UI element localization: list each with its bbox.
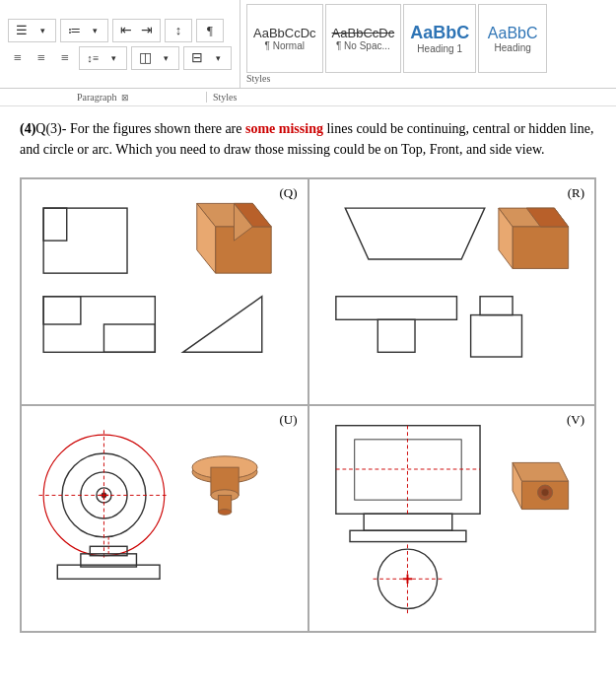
style-nospace-box[interactable]: AaBbCcDc ¶ No Spac... [325,4,402,73]
list-icon-group[interactable]: ☰ ▾ [8,19,56,42]
figure-u-svg [30,414,300,623]
list-arrow-icon: ▾ [33,21,52,40]
ribbon-bottom-icons: ≡ ≡ ≡ ↕≡ ▾ ◫ ▾ ⊟ ▾ [8,46,232,70]
style-h2-preview: AaBbC [488,25,538,42]
styles-section-label: Styles [246,73,610,84]
ribbon-top-icons: ☰ ▾ ≔ ▾ ⇤ ⇥ ↕ ¶ [8,19,232,42]
style-nospace-preview: AaBbCcDc [332,26,395,40]
svg-rect-41 [350,530,466,541]
figure-u-label: (U) [279,412,297,428]
styles-row: AaBbCcDc ¶ Normal AaBbCcDc ¶ No Spac... … [246,4,610,73]
sort-icon: ↕ [169,21,188,40]
svg-rect-3 [43,297,81,324]
align-right-icon[interactable]: ≡ [55,48,75,68]
pilcrow-icon: ¶ [200,21,220,40]
figure-v-svg [317,414,587,623]
highlight-missing: some missing [245,121,323,136]
list-numbered-group[interactable]: ≔ ▾ [60,19,108,42]
figure-r-svg [317,187,587,396]
list-bullets-icon: ☰ [12,21,32,40]
align-center-icon[interactable]: ≡ [32,48,51,68]
indent-icon: ⇤ [116,21,136,40]
line-spacing-icon: ↕≡ [83,48,103,68]
style-h1-label: Heading 1 [417,43,462,54]
figure-cell-q: (Q) [21,178,308,405]
figure-q-svg [30,187,300,396]
question-paragraph: (4)Q(3)- For the figures shown there are… [20,118,596,160]
outdent-icon: ⇥ [137,21,157,40]
ribbon: ☰ ▾ ≔ ▾ ⇤ ⇥ ↕ ¶ ≡ ≡ ≡ ↕≡ [0,0,616,89]
style-h1-box[interactable]: AaBbC Heading 1 [403,4,476,73]
style-h2-box[interactable]: AaBbC Heading [478,4,547,73]
shading-group[interactable]: ◫ ▾ [131,46,179,70]
line-spacing-arrow: ▾ [103,48,123,68]
svg-rect-4 [103,324,155,352]
figure-v-label: (V) [567,412,584,428]
style-h1-preview: AaBbC [410,23,469,43]
shading-icon: ◫ [135,48,155,68]
figure-cell-v: (V) [308,405,596,632]
figure-r-label: (R) [568,185,584,201]
svg-rect-12 [335,297,456,320]
border-arrow: ▾ [208,48,228,68]
ribbon-left-panel: ☰ ▾ ≔ ▾ ⇤ ⇥ ↕ ¶ ≡ ≡ ≡ ↕≡ [0,0,240,88]
border-icon: ⊟ [187,48,207,68]
svg-marker-17 [513,227,569,268]
ribbon-styles-panel: AaBbCcDc ¶ Normal AaBbCcDc ¶ No Spac... … [240,0,616,88]
svg-point-34 [218,510,231,516]
svg-rect-13 [377,319,415,352]
paragraph-section-label: Paragraph ⊠ [0,92,207,103]
question-number: (4) [20,121,35,136]
style-normal-label: ¶ Normal [265,40,305,51]
indent-group[interactable]: ⇤ ⇥ [112,19,161,42]
style-normal-box[interactable]: AaBbCcDc ¶ Normal [246,4,323,73]
line-spacing-group[interactable]: ↕≡ ▾ [79,46,127,70]
style-normal-preview: AaBbCcDc [253,26,316,40]
question-sub: Q(3) [35,121,61,136]
styles-bottom-label: Styles [207,92,237,103]
pilcrow-group[interactable]: ¶ [196,19,224,42]
list-numbered-icon: ≔ [64,21,84,40]
figure-cell-r: (R) [308,178,596,405]
svg-rect-15 [480,297,513,315]
svg-rect-40 [364,514,452,530]
border-group[interactable]: ⊟ ▾ [183,46,232,70]
list-numbered-arrow: ▾ [85,21,104,40]
style-nospace-label: ¶ No Spac... [336,40,390,51]
align-left-icon[interactable]: ≡ [8,48,28,68]
style-h2-label: Heading [495,42,531,53]
paragraph-expand-icon[interactable]: ⊠ [121,93,129,103]
document-content: (4)Q(3)- For the figures shown there are… [0,106,616,177]
svg-rect-14 [470,315,521,357]
svg-point-54 [541,489,549,497]
figure-cell-u: (U) [21,405,308,632]
figure-q-label: (Q) [279,185,297,201]
shading-arrow: ▾ [156,48,175,68]
section-labels-row: Paragraph ⊠ Styles [0,89,616,106]
svg-rect-1 [43,208,67,241]
question-intro: - For the figures shown there are [62,121,245,136]
sort-icon-group[interactable]: ↕ [165,19,192,42]
figures-grid: (Q) (R) [20,177,596,633]
svg-marker-5 [183,297,262,353]
svg-marker-11 [345,208,484,259]
